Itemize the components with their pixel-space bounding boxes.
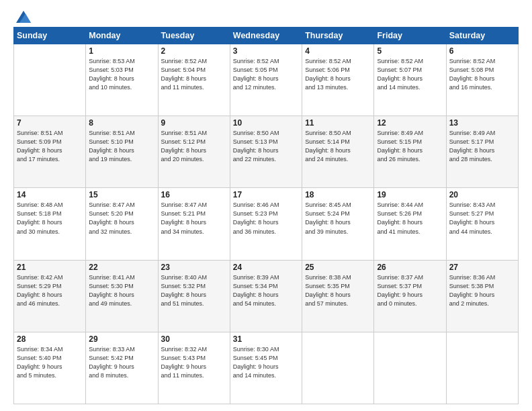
calendar-week-row: 14Sunrise: 8:48 AMSunset: 5:18 PMDayligh… [14, 188, 519, 260]
weekday-header: Wednesday [230, 28, 302, 44]
day-info: Sunrise: 8:32 AMSunset: 5:43 PMDaylight:… [161, 345, 227, 380]
day-number: 14 [17, 190, 83, 199]
logo-icon [16, 11, 31, 23]
day-info: Sunrise: 8:51 AMSunset: 5:10 PMDaylight:… [89, 129, 154, 164]
day-info: Sunrise: 8:30 AMSunset: 5:45 PMDaylight:… [233, 345, 299, 380]
calendar-cell: 12Sunrise: 8:49 AMSunset: 5:15 PMDayligh… [374, 116, 446, 188]
weekday-header: Friday [374, 28, 446, 44]
day-number: 11 [305, 118, 371, 128]
day-number: 18 [305, 190, 371, 199]
calendar-week-row: 1Sunrise: 8:53 AMSunset: 5:03 PMDaylight… [14, 44, 519, 116]
day-info: Sunrise: 8:33 AMSunset: 5:42 PMDaylight:… [89, 345, 154, 380]
day-number: 21 [17, 263, 83, 272]
calendar-cell [302, 332, 374, 404]
day-info: Sunrise: 8:36 AMSunset: 5:38 PMDaylight:… [449, 273, 515, 308]
day-number: 25 [305, 263, 371, 272]
weekday-header: Tuesday [158, 28, 230, 44]
day-info: Sunrise: 8:44 AMSunset: 5:26 PMDaylight:… [377, 201, 443, 236]
day-number: 20 [449, 190, 515, 199]
calendar-cell: 1Sunrise: 8:53 AMSunset: 5:03 PMDaylight… [86, 44, 158, 116]
page: SundayMondayTuesdayWednesdayThursdayFrid… [0, 0, 532, 411]
calendar-cell: 19Sunrise: 8:44 AMSunset: 5:26 PMDayligh… [374, 188, 446, 260]
calendar-cell: 31Sunrise: 8:30 AMSunset: 5:45 PMDayligh… [230, 332, 302, 404]
weekday-header: Sunday [14, 28, 86, 44]
day-info: Sunrise: 8:52 AMSunset: 5:07 PMDaylight:… [377, 57, 443, 92]
calendar-cell: 16Sunrise: 8:47 AMSunset: 5:21 PMDayligh… [158, 188, 230, 260]
calendar-cell: 5Sunrise: 8:52 AMSunset: 5:07 PMDaylight… [374, 44, 446, 116]
day-number: 17 [233, 190, 299, 199]
calendar-table: SundayMondayTuesdayWednesdayThursdayFrid… [13, 27, 519, 404]
calendar-cell: 4Sunrise: 8:52 AMSunset: 5:06 PMDaylight… [302, 44, 374, 116]
day-number: 29 [89, 334, 154, 344]
calendar-cell: 2Sunrise: 8:52 AMSunset: 5:04 PMDaylight… [158, 44, 230, 116]
calendar-cell [14, 44, 86, 116]
calendar-cell: 11Sunrise: 8:50 AMSunset: 5:14 PMDayligh… [302, 116, 374, 188]
calendar-cell: 13Sunrise: 8:49 AMSunset: 5:17 PMDayligh… [446, 116, 518, 188]
day-info: Sunrise: 8:52 AMSunset: 5:04 PMDaylight:… [161, 57, 227, 92]
day-number: 10 [233, 118, 299, 128]
day-info: Sunrise: 8:40 AMSunset: 5:32 PMDaylight:… [161, 273, 227, 308]
day-info: Sunrise: 8:41 AMSunset: 5:30 PMDaylight:… [89, 273, 154, 308]
day-number: 31 [233, 334, 299, 344]
day-info: Sunrise: 8:49 AMSunset: 5:15 PMDaylight:… [377, 129, 443, 164]
day-number: 5 [377, 46, 443, 56]
day-info: Sunrise: 8:52 AMSunset: 5:06 PMDaylight:… [305, 57, 371, 92]
calendar-week-row: 21Sunrise: 8:42 AMSunset: 5:29 PMDayligh… [14, 260, 519, 332]
day-info: Sunrise: 8:38 AMSunset: 5:35 PMDaylight:… [305, 273, 371, 308]
logo [13, 11, 31, 20]
day-number: 4 [305, 46, 371, 56]
calendar-cell: 24Sunrise: 8:39 AMSunset: 5:34 PMDayligh… [230, 260, 302, 332]
calendar-cell: 26Sunrise: 8:37 AMSunset: 5:37 PMDayligh… [374, 260, 446, 332]
day-number: 19 [377, 190, 443, 199]
day-number: 2 [161, 46, 227, 56]
calendar-cell: 21Sunrise: 8:42 AMSunset: 5:29 PMDayligh… [14, 260, 86, 332]
calendar-cell: 8Sunrise: 8:51 AMSunset: 5:10 PMDaylight… [86, 116, 158, 188]
day-info: Sunrise: 8:52 AMSunset: 5:08 PMDaylight:… [449, 57, 515, 92]
calendar-cell: 27Sunrise: 8:36 AMSunset: 5:38 PMDayligh… [446, 260, 518, 332]
day-number: 22 [89, 263, 154, 272]
day-info: Sunrise: 8:47 AMSunset: 5:21 PMDaylight:… [161, 201, 227, 236]
day-number: 1 [89, 46, 154, 56]
day-number: 6 [449, 46, 515, 56]
weekday-header: Thursday [302, 28, 374, 44]
day-info: Sunrise: 8:37 AMSunset: 5:37 PMDaylight:… [377, 273, 443, 308]
calendar-header-row: SundayMondayTuesdayWednesdayThursdayFrid… [14, 28, 519, 44]
calendar-cell [446, 332, 518, 404]
calendar-week-row: 7Sunrise: 8:51 AMSunset: 5:09 PMDaylight… [14, 116, 519, 188]
day-info: Sunrise: 8:50 AMSunset: 5:13 PMDaylight:… [233, 129, 299, 164]
calendar-cell: 22Sunrise: 8:41 AMSunset: 5:30 PMDayligh… [86, 260, 158, 332]
calendar-cell: 30Sunrise: 8:32 AMSunset: 5:43 PMDayligh… [158, 332, 230, 404]
day-number: 23 [161, 263, 227, 272]
day-info: Sunrise: 8:39 AMSunset: 5:34 PMDaylight:… [233, 273, 299, 308]
day-info: Sunrise: 8:51 AMSunset: 5:09 PMDaylight:… [17, 129, 83, 164]
day-number: 30 [161, 334, 227, 344]
calendar-cell: 28Sunrise: 8:34 AMSunset: 5:40 PMDayligh… [14, 332, 86, 404]
day-info: Sunrise: 8:42 AMSunset: 5:29 PMDaylight:… [17, 273, 83, 308]
calendar-cell: 3Sunrise: 8:52 AMSunset: 5:05 PMDaylight… [230, 44, 302, 116]
calendar-cell: 20Sunrise: 8:43 AMSunset: 5:27 PMDayligh… [446, 188, 518, 260]
calendar-cell: 7Sunrise: 8:51 AMSunset: 5:09 PMDaylight… [14, 116, 86, 188]
day-number: 8 [89, 118, 154, 128]
day-info: Sunrise: 8:45 AMSunset: 5:24 PMDaylight:… [305, 201, 371, 236]
day-number: 7 [17, 118, 83, 128]
day-number: 13 [449, 118, 515, 128]
day-info: Sunrise: 8:46 AMSunset: 5:23 PMDaylight:… [233, 201, 299, 236]
calendar-cell: 6Sunrise: 8:52 AMSunset: 5:08 PMDaylight… [446, 44, 518, 116]
calendar-cell: 29Sunrise: 8:33 AMSunset: 5:42 PMDayligh… [86, 332, 158, 404]
day-number: 26 [377, 263, 443, 272]
calendar-cell [374, 332, 446, 404]
calendar-cell: 23Sunrise: 8:40 AMSunset: 5:32 PMDayligh… [158, 260, 230, 332]
calendar-cell: 18Sunrise: 8:45 AMSunset: 5:24 PMDayligh… [302, 188, 374, 260]
day-info: Sunrise: 8:51 AMSunset: 5:12 PMDaylight:… [161, 129, 227, 164]
day-info: Sunrise: 8:34 AMSunset: 5:40 PMDaylight:… [17, 345, 83, 380]
calendar-week-row: 28Sunrise: 8:34 AMSunset: 5:40 PMDayligh… [14, 332, 519, 404]
day-number: 15 [89, 190, 154, 199]
day-info: Sunrise: 8:47 AMSunset: 5:20 PMDaylight:… [89, 201, 154, 236]
day-number: 24 [233, 263, 299, 272]
day-number: 3 [233, 46, 299, 56]
day-info: Sunrise: 8:50 AMSunset: 5:14 PMDaylight:… [305, 129, 371, 164]
calendar-cell: 10Sunrise: 8:50 AMSunset: 5:13 PMDayligh… [230, 116, 302, 188]
calendar-cell: 9Sunrise: 8:51 AMSunset: 5:12 PMDaylight… [158, 116, 230, 188]
day-info: Sunrise: 8:53 AMSunset: 5:03 PMDaylight:… [89, 57, 154, 92]
day-info: Sunrise: 8:48 AMSunset: 5:18 PMDaylight:… [17, 201, 83, 236]
